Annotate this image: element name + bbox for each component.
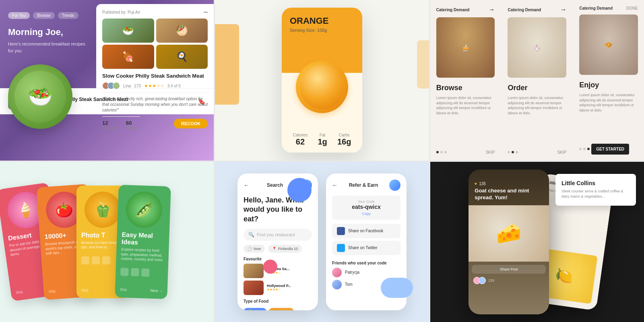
paper-note: Little Collins Sleek counter serve & cra… xyxy=(555,174,636,206)
nav-browse[interactable]: Browse xyxy=(33,12,54,19)
icon-5 xyxy=(131,268,139,277)
done-label: DONE xyxy=(626,6,638,10)
icon-2 xyxy=(92,256,100,264)
favourite-list: La Chea Sa... ★★★★☆ Hollywood P... ★★★★☆ xyxy=(244,264,312,295)
fav-item-1[interactable]: La Chea Sa... ★★★★☆ xyxy=(244,264,312,278)
search-bar[interactable]: 🔍 Find you restaurant xyxy=(244,229,312,241)
food-bowl-image: 🥗 xyxy=(8,64,72,129)
chip-now[interactable]: 🕐 Now xyxy=(244,245,265,253)
recook-button[interactable]: RECOOK xyxy=(174,119,208,128)
enjoy-dots: GET STARTED xyxy=(579,140,638,155)
blob-light-blue xyxy=(381,278,413,298)
heart-icon[interactable]: ♥ xyxy=(475,182,477,186)
dessert-skip[interactable]: Skip xyxy=(16,290,23,295)
orange-fruit-image xyxy=(296,61,348,113)
chip-burger[interactable]: 🍔 Burger xyxy=(269,308,294,310)
nav-pills: For You Browse Trends xyxy=(8,12,88,19)
dot-7 xyxy=(579,148,582,150)
like-avatar-2 xyxy=(479,277,486,284)
dot-6 xyxy=(516,151,518,153)
back-arrow-icon[interactable]: ← xyxy=(244,182,249,188)
catering-cell: Catering Demand → 🥧 Browse Lorem ipsum d… xyxy=(430,0,644,161)
catering-header-2: Catering Demand → xyxy=(508,6,566,13)
dark-food-header: ♥ 135 Goat cheese and mint spread. Yum! xyxy=(469,169,549,205)
meal-ideas-bottom: Skip Next → xyxy=(120,287,163,293)
catering-panel-enjoy: Catering Demand DONE 🧇 Enjoy Lorem ipsum… xyxy=(573,0,644,161)
like-avatars xyxy=(473,277,486,284)
fav-stars-2: ★★★★☆ xyxy=(267,288,312,291)
fav-item-2[interactable]: Hollywood P... ★★★★☆ xyxy=(244,281,312,295)
thousands-skip[interactable]: Skip xyxy=(48,289,56,293)
catering-brand-2: Catering Demand xyxy=(508,8,541,12)
browse-dots: SKIP xyxy=(436,146,495,155)
favourite-label: Favourite xyxy=(244,257,312,261)
browse-title: Browse xyxy=(436,84,495,92)
order-food-image: 🧄 xyxy=(508,17,566,78)
nav-for-you[interactable]: For You xyxy=(8,12,30,19)
code-label: Your Code xyxy=(336,200,396,204)
catering-panel-order: Catering Demand → 🧄 Order Lorem ipsum do… xyxy=(502,0,572,161)
recipe-image-3: 🍖 xyxy=(102,45,154,69)
meal-skip[interactable]: Skip xyxy=(120,287,127,292)
recipe-images: 🥗 🥙 🍖 🍳 xyxy=(102,19,208,69)
photo-skip[interactable]: Skip xyxy=(81,288,89,292)
recipe-image-1: 🥗 xyxy=(102,19,154,43)
dot-9 xyxy=(587,148,590,150)
fat-item: Fat 1g xyxy=(318,133,327,147)
chip-location[interactable]: 📍 Finlandia 10 xyxy=(268,245,302,253)
publisher-text: Published by: Puji Ari xyxy=(102,10,140,14)
icon-6 xyxy=(141,268,150,277)
recipe-title: Slow Cooker Philly Steak Sandwich Meat xyxy=(102,73,208,79)
reviewer-name: Lina xyxy=(123,84,131,88)
dark-phone: ♥ 135 Goat cheese and mint spread. Yum! … xyxy=(469,169,549,314)
browse-food-image: 🥧 xyxy=(436,17,495,78)
search-icon: 🔍 xyxy=(248,232,254,237)
photo-image: 🫑 xyxy=(85,192,121,228)
nutrition-values: Calories 62 Fat 1g Carbs 16g xyxy=(282,127,362,153)
recipe-meta: Lina 173 ★★★☆☆ 3.4 of 5 xyxy=(102,82,208,89)
meal-ideas-cell: 🍦 Dessert Put or eat our daily dessert o… xyxy=(0,162,214,322)
catering-header-1: Catering Demand → xyxy=(436,6,495,13)
bg-decoration-2 xyxy=(417,40,429,89)
refer-phone-title: Refer & Earn xyxy=(349,182,378,188)
carbs-item: Carbs 16g xyxy=(337,133,351,147)
meal-ideas-image: 🫛 xyxy=(125,191,163,228)
get-started-button[interactable]: GET STARTED xyxy=(591,144,629,155)
share-facebook[interactable]: Share on Facebook xyxy=(332,224,400,238)
fav-image-1 xyxy=(244,264,264,278)
food-photo-image: 🧀 xyxy=(469,205,549,262)
catering-brand-3: Catering Demand xyxy=(579,6,613,10)
order-dots: SKIP xyxy=(508,146,566,155)
search-placeholder: Find you restaurant xyxy=(257,232,295,237)
friends-label: Friends who used your code xyxy=(332,261,400,265)
catering-header-3: Catering Demand DONE xyxy=(579,6,638,10)
like-row: 235 xyxy=(469,277,549,284)
copy-button[interactable]: Copy xyxy=(336,212,396,216)
greeting-text: Morning Joe, xyxy=(8,27,88,37)
serving-size: Serving Size: 100g xyxy=(290,28,327,33)
browse-skip[interactable]: SKIP xyxy=(486,150,495,155)
nav-trends[interactable]: Trends xyxy=(58,12,78,19)
icon-1 xyxy=(81,256,89,264)
search-chips: 🕐 Now 📍 Finlandia 10 xyxy=(244,245,312,253)
meal-ideas-subtitle: Explore recipes by food type, preparatio… xyxy=(121,247,164,263)
more-options-icon[interactable]: ••• xyxy=(204,10,208,14)
meal-cards-container: 🍦 Dessert Put or eat our daily dessert o… xyxy=(0,162,214,322)
note-text: Sleek counter serve & crafted coffee & d… xyxy=(561,189,630,200)
bg-decoration-1 xyxy=(215,24,239,105)
share-twitter[interactable]: Share on Twitter xyxy=(332,241,400,255)
refer-back-icon[interactable]: ← xyxy=(332,182,338,188)
like-count: 235 xyxy=(488,279,494,283)
catering-panel-browse: Catering Demand → 🥧 Browse Lorem ipsum d… xyxy=(430,0,501,161)
meal-icons xyxy=(120,268,163,277)
order-skip[interactable]: SKIP xyxy=(557,150,566,155)
minutes-stat: 60 Minutes xyxy=(126,120,140,130)
chip-pizza[interactable]: 🍕 Pizza xyxy=(244,308,266,310)
food-photo-title: Goat cheese and mint spread. Yum! xyxy=(475,188,543,201)
rating-value: 3.4 of 5 xyxy=(167,84,181,88)
fruit-name: ORANGE xyxy=(290,16,329,26)
share-post-button[interactable]: Share Post xyxy=(472,265,546,274)
facebook-icon xyxy=(337,227,345,235)
meal-next[interactable]: Next → xyxy=(151,288,163,293)
fav-name-2: Hollywood P... xyxy=(267,284,312,288)
